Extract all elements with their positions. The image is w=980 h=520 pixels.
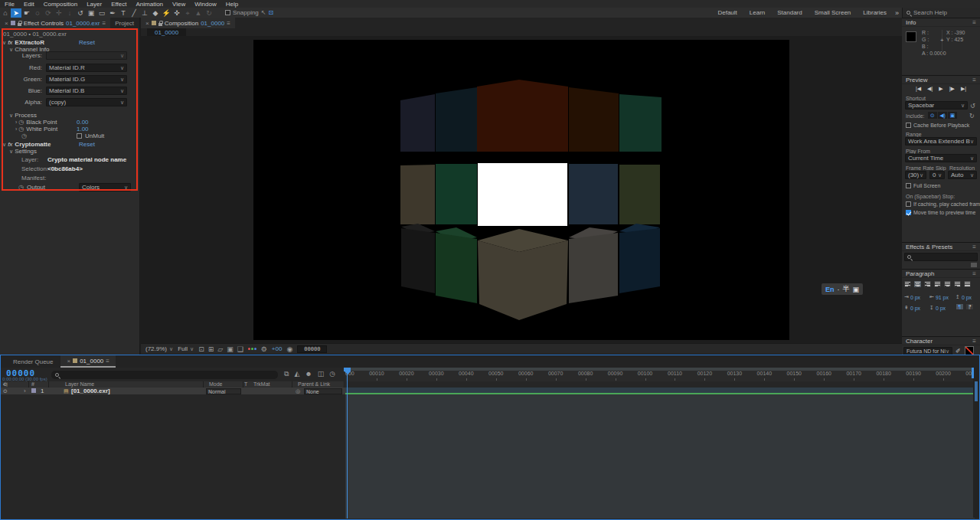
first-frame-button[interactable]: |◀ [916, 86, 921, 92]
property-value[interactable]: <0bc86ab4> [47, 165, 83, 172]
timeline-search-input[interactable] [51, 371, 278, 379]
comp-mini-flowchart-icon[interactable]: ⧉ [284, 370, 289, 378]
channel-dropdown[interactable]: Material ID.B∨ [46, 87, 127, 95]
range-dropdown[interactable]: Work Area Extended By Current... ∨ [905, 137, 977, 146]
panel-menu-icon[interactable]: ≡ [972, 338, 976, 345]
close-icon[interactable]: × [67, 358, 70, 365]
trkmat-column-header[interactable]: TrkMat [253, 381, 270, 388]
frame-rate-dropdown[interactable]: (30) ∨ [905, 171, 926, 179]
exposure-value[interactable]: +00 [272, 345, 283, 352]
home-tool[interactable]: ⌂ [0, 8, 11, 18]
field-value[interactable]: 0 px [910, 295, 920, 300]
menu-file[interactable]: File [0, 1, 19, 8]
gear-icon[interactable]: ⚙ [261, 345, 267, 353]
close-icon[interactable]: × [145, 20, 149, 27]
layer-name-column-header[interactable]: Layer Name [65, 381, 94, 388]
menu-help[interactable]: Help [221, 1, 243, 8]
cube-bottom-4[interactable] [619, 228, 660, 293]
last-frame-button[interactable]: ▶| [961, 86, 966, 92]
indent-left-field[interactable]: ⇥ 0 px [904, 294, 920, 300]
rectangle-tool[interactable]: ▭ [96, 8, 107, 18]
resolution-dropdown[interactable]: Auto ∨ [948, 171, 977, 179]
axis-view-mode[interactable]: ↻ [204, 8, 214, 18]
align-button-6[interactable] [963, 280, 972, 288]
vertical-scrollbar[interactable] [975, 381, 978, 401]
menu-composition[interactable]: Composition [39, 1, 82, 8]
tab-render-queue[interactable]: Render Queue [5, 355, 60, 368]
cube-middle-2[interactable] [478, 163, 567, 226]
frame-blending-icon[interactable]: ◫ [318, 370, 325, 378]
effects-search-input[interactable] [904, 253, 978, 261]
help-search-input[interactable]: Search Help [913, 9, 947, 16]
menu-edit[interactable]: Edit [19, 1, 39, 8]
property-value[interactable]: Crypto material node name [47, 156, 126, 163]
transparency-grid-icon[interactable]: ❑ [237, 345, 243, 353]
cube-bottom-3[interactable] [569, 233, 618, 303]
tab-timeline-comp[interactable]: × 01_0000 ≡ [60, 355, 116, 368]
panel-menu-icon[interactable]: ≡ [227, 20, 230, 27]
hand-tool[interactable]: ☛ [21, 8, 32, 18]
brush-tool[interactable]: ╱ [129, 8, 139, 18]
help-search[interactable]: Search Help [902, 8, 980, 18]
align-button-1[interactable] [913, 280, 922, 288]
settings-group[interactable]: ∨ Settings [0, 147, 138, 155]
magnification-dropdown[interactable]: (72.9%) ∨ [145, 345, 173, 352]
channel-dropdown[interactable]: ∨ [46, 51, 127, 60]
tab-project[interactable]: Project [110, 18, 139, 28]
selection-tool[interactable]: ➤ [11, 8, 21, 18]
channel-dropdown[interactable]: Material ID.R∨ [46, 64, 127, 72]
tab-effect-controls[interactable]: × Effect Controls 01_0000.exr ≡ [0, 18, 110, 28]
paragraph-panel-header[interactable]: Paragraph ≡ [902, 270, 980, 278]
rtl-direction-button[interactable]: ¶ [965, 303, 974, 310]
track-area[interactable] [345, 394, 975, 518]
workspace-learn[interactable]: Learn [750, 9, 765, 16]
effects-presets-header[interactable]: Effects & Presets ≡ [902, 243, 980, 251]
twirl-icon[interactable]: › [15, 119, 17, 125]
panel-menu-icon[interactable]: ≡ [106, 358, 109, 365]
space-before-field[interactable]: ↥ 0 px [956, 294, 972, 300]
cube-top-2[interactable] [477, 80, 568, 152]
video-include-icon[interactable]: ⊙ [928, 112, 937, 119]
orbit-camera-tool[interactable]: ⟳ [43, 8, 54, 18]
menu-view[interactable]: View [168, 1, 190, 8]
viewer-timecode[interactable]: 00000 [297, 345, 327, 353]
playhead-marker[interactable] [344, 368, 351, 374]
cube-top-3[interactable] [569, 87, 619, 152]
label-column-header[interactable]: # [31, 381, 34, 388]
motion-blur-icon[interactable]: ◷ [329, 370, 335, 378]
cube-bottom-0[interactable] [401, 228, 435, 293]
viewer-subtab-01-0000[interactable]: 01_0000 [147, 28, 186, 36]
puppet-pin-tool[interactable]: ✜ [172, 8, 182, 18]
panel-menu-icon[interactable]: ≡ [972, 270, 976, 277]
field-value[interactable]: 0 px [962, 295, 972, 300]
workspace-default[interactable]: Default [717, 9, 737, 16]
channel-dropdown[interactable]: (copy)∨ [46, 98, 127, 106]
mask-visibility-icon[interactable]: ▱ [217, 345, 223, 353]
ime-indicator[interactable]: En · 半 ▣ [822, 283, 863, 295]
layer-visibility-icon[interactable]: ⊙ [3, 388, 8, 394]
workspace-small-screen[interactable]: Small Screen [815, 9, 851, 16]
axis-local-mode[interactable]: ⌖ [182, 8, 193, 18]
eraser-tool[interactable]: ◆ [150, 8, 161, 18]
roto-brush-tool[interactable]: ⚡ [161, 8, 172, 18]
field-value[interactable]: 0 px [910, 306, 920, 311]
cache-checkbox[interactable] [906, 123, 911, 128]
shy-layers-icon[interactable]: ☻ [305, 370, 312, 378]
indent-right-field[interactable]: ⇤ 91 px [929, 294, 949, 300]
cube-middle-1[interactable] [436, 164, 477, 224]
align-button-3[interactable] [933, 280, 942, 288]
full-screen-checkbox[interactable] [906, 183, 911, 188]
cube-bottom-1[interactable] [436, 233, 477, 303]
resolution-dropdown[interactable]: Full ∨ [178, 345, 194, 352]
camera-tool[interactable]: ▣ [86, 8, 96, 18]
play-from-dropdown[interactable]: Current Time ∨ [905, 154, 977, 162]
audio-include-icon[interactable]: ◀) [938, 112, 947, 119]
layer-expand-icon[interactable]: › [24, 388, 26, 394]
fill-color-swatch[interactable] [965, 346, 974, 355]
type-tool[interactable]: T [118, 8, 129, 18]
layer-row[interactable]: ⊙ › 1 ▤ [01_0000.exr] Normal ∨ ◎ None ∨ [1, 388, 345, 394]
font-family-dropdown[interactable]: Futura ND for Ni... ∨ [903, 347, 952, 355]
panel-menu-icon[interactable]: ≡ [972, 244, 976, 250]
twirl-icon[interactable]: ∨ [9, 149, 13, 155]
axis-world-mode[interactable]: ▲ [193, 8, 204, 18]
